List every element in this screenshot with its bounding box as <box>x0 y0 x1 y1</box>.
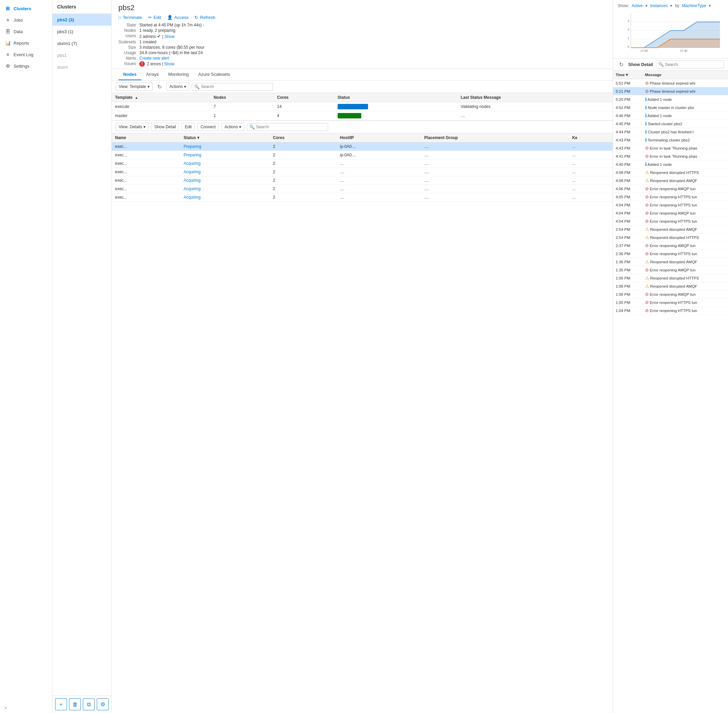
list-item[interactable]: 4:08 PM ⚠ Reopened disrupted HTTPS <box>613 169 728 177</box>
edit-button[interactable]: ✏ Edit <box>148 15 161 20</box>
list-item[interactable]: 4:41 PM ⊘ Error in task "Running phas <box>613 152 728 160</box>
table-row[interactable]: exec... Acquiring 2 .... .... ... <box>112 193 613 202</box>
warn-icon: ⚠ <box>645 235 649 240</box>
cluster-item-slurm[interactable]: slurm <box>52 61 111 73</box>
sidebar-item-reports[interactable]: 📊 Reports <box>0 37 52 49</box>
list-item[interactable]: 4:05 PM ⊘ Error reopening HTTPS tun <box>613 193 728 201</box>
list-item[interactable]: 4:40 PM ℹ Added 1 node <box>613 160 728 169</box>
inst-col-placement[interactable]: Placement Group <box>421 133 569 142</box>
nodes-refresh-button[interactable]: ↻ <box>155 83 164 91</box>
show-detail-label: Show Detail <box>628 62 653 67</box>
nodes-actions-button[interactable]: Actions ▾ <box>167 82 189 91</box>
sidebar-item-clusters[interactable]: ⊞ Clusters <box>0 3 52 14</box>
table-row[interactable]: exec... Acquiring 2 .... .... ... <box>112 185 613 193</box>
list-item[interactable]: 4:43 PM ⊘ Error in task "Running phas <box>613 144 728 152</box>
cluster-title: pbs2 <box>118 3 606 12</box>
log-time-cell: 4:05 PM <box>613 193 642 201</box>
inst-cores-cell: 2 <box>269 142 336 151</box>
active-toggle[interactable]: Active <box>631 3 643 8</box>
list-item[interactable]: 4:52 PM ℹ Node master in cluster pbs <box>613 104 728 112</box>
sidebar-item-settings[interactable]: ⚙ Settings <box>0 60 52 72</box>
log-col-message[interactable]: Message <box>642 71 728 79</box>
tab-monitoring[interactable]: Monitoring <box>164 69 194 80</box>
list-item[interactable]: 4:06 PM ⊘ Error reopening AMQP tun <box>613 185 728 193</box>
sidebar-item-data[interactable]: 🗄 Data <box>0 26 52 37</box>
instances-view-button[interactable]: View: Details ▾ <box>116 123 149 131</box>
nodes-col-cores[interactable]: Cores <box>274 93 334 102</box>
table-row[interactable]: exec... Acquiring 2 .... .... ... <box>112 160 613 168</box>
table-row[interactable]: exec... Acquiring 2 .... .... ... <box>112 176 613 185</box>
inst-col-status[interactable]: Status ▾ <box>180 133 269 142</box>
list-item[interactable]: 1:06 PM ⊘ Error reopening AMQP tun <box>613 290 728 298</box>
list-item[interactable]: 2:54 PM ⚠ Reopened disrupted HTTPS <box>613 234 728 242</box>
list-item[interactable]: 4:04 PM ⊘ Error reopening HTTPS tun <box>613 201 728 209</box>
cluster-item-pbs3[interactable]: pbs3 (1) <box>52 26 111 37</box>
inst-col-cores[interactable]: Cores <box>269 133 336 142</box>
cluster-item-slurm1[interactable]: slurm1 (7) <box>52 37 111 49</box>
list-item[interactable]: 5:51 PM ⊘ Phase timeout expired whi <box>613 79 728 87</box>
table-row[interactable]: execute 7 14 Validating nodes <box>112 102 613 111</box>
issues-show-link[interactable]: Show <box>164 61 174 66</box>
machinetype-toggle[interactable]: MachineType <box>682 3 706 8</box>
table-row[interactable]: exec... Acquiring 2 .... .... ... <box>112 168 613 176</box>
list-item[interactable]: 4:45 PM ℹ Started cluster pbs2 <box>613 120 728 128</box>
cluster-item-pbs2[interactable]: pbs2 (3) <box>52 14 111 26</box>
log-col-time[interactable]: Time ▾ <box>613 71 642 79</box>
tab-nodes[interactable]: Nodes <box>118 69 141 80</box>
connect-button[interactable]: Connect <box>198 123 219 131</box>
list-item[interactable]: 4:04 PM ⊘ Error reopening HTTPS tun <box>613 217 728 225</box>
instances-actions-button[interactable]: Actions ▾ <box>222 123 244 131</box>
users-show-link[interactable]: Show <box>164 34 174 39</box>
table-row[interactable]: exec... Preparing 2 ip-0A0.... .... ... <box>112 142 613 151</box>
sidebar-item-jobs[interactable]: ≡ Jobs <box>0 14 52 26</box>
nodes-search-input[interactable] <box>201 84 271 89</box>
refresh-button[interactable]: ↻ Refresh <box>195 15 216 20</box>
list-item[interactable]: 2:37 PM ⊘ Error reopening AMQP tun <box>613 242 728 250</box>
show-detail-button[interactable]: Show Detail <box>151 123 179 131</box>
cluster-item-pbs1[interactable]: pbs1 <box>52 49 111 61</box>
instances-toggle[interactable]: Instances <box>650 3 667 8</box>
nodes-col-message[interactable]: Last Status Message <box>457 93 613 102</box>
copy-cluster-button[interactable]: ⧉ <box>83 698 95 710</box>
cluster-settings-button[interactable]: ⚙ <box>97 698 109 710</box>
log-refresh-button[interactable]: ↻ <box>617 61 625 69</box>
list-item[interactable]: 1:06 PM ⚠ Reopened disrupted AMQF <box>613 282 728 290</box>
list-item[interactable]: 4:08 PM ⚠ Reopened disrupted AMQF <box>613 177 728 185</box>
list-item[interactable]: 4:04 PM ⊘ Error reopening AMQP tun <box>613 209 728 217</box>
instances-search-input[interactable] <box>256 125 326 129</box>
log-search-input[interactable] <box>665 62 722 67</box>
list-item[interactable]: 2:54 PM ⚠ Reopened disrupted AMQF <box>613 225 728 234</box>
list-item[interactable]: 1:04 PM ⊘ Error reopening HTTPS tun <box>613 307 728 315</box>
nodes-col-status[interactable]: Status <box>334 93 457 102</box>
list-item[interactable]: 4:43 PM ℹ Terminating cluster pbs2 <box>613 136 728 144</box>
list-item[interactable]: 2:36 PM ⊘ Error reopening HTTPS tun <box>613 250 728 258</box>
inst-col-host[interactable]: Host/IP <box>336 133 421 142</box>
sidebar-collapse-button[interactable]: « <box>0 702 52 713</box>
cluster-list-header: Clusters <box>52 0 111 14</box>
list-item[interactable]: 4:46 PM ℹ Added 1 node <box>613 112 728 120</box>
inst-col-ke[interactable]: Ke <box>569 133 613 142</box>
nodes-view-button[interactable]: View: Template ▾ <box>116 82 153 91</box>
create-alert-link[interactable]: Create new alert <box>139 56 169 61</box>
instances-edit-button[interactable]: Edit <box>182 123 195 131</box>
list-item[interactable]: 1:06 PM ⚠ Reopened disrupted HTTPS <box>613 274 728 282</box>
delete-cluster-button[interactable]: 🗑 <box>69 698 81 710</box>
sidebar-item-eventlog[interactable]: ≡ Event Log <box>0 49 52 60</box>
table-row[interactable]: exec... Preparing 2 ip-0A0.... .... ... <box>112 151 613 160</box>
terminate-button[interactable]: □ Terminate <box>118 15 142 20</box>
inst-col-name[interactable]: Name <box>112 133 180 142</box>
list-item[interactable]: 1:36 PM ⚠ Reopened disrupted AMQF <box>613 258 728 266</box>
list-item[interactable]: 1:05 PM ⊘ Error reopening HTTPS tun <box>613 298 728 307</box>
tab-arrays[interactable]: Arrays <box>141 69 164 80</box>
access-button[interactable]: 👤 Access <box>167 15 188 20</box>
table-row[interactable]: master 1 4 .... <box>112 111 613 121</box>
log-message-cell: ℹ Started cluster pbs2 <box>642 120 728 128</box>
list-item[interactable]: 4:44 PM ℹ Cluster pbs2 has finished t <box>613 128 728 136</box>
list-item[interactable]: 5:21 PM ⊘ Phase timeout expired whi <box>613 87 728 95</box>
list-item[interactable]: 5:20 PM ℹ Added 1 node <box>613 95 728 104</box>
tab-azure-scalesets[interactable]: Azure Scalesets <box>194 69 235 80</box>
nodes-col-nodes[interactable]: Nodes <box>210 93 274 102</box>
add-cluster-button[interactable]: + <box>55 698 67 710</box>
nodes-col-template[interactable]: Template ▲ <box>112 93 210 102</box>
list-item[interactable]: 1:35 PM ⊘ Error reopening AMQP tun <box>613 266 728 274</box>
